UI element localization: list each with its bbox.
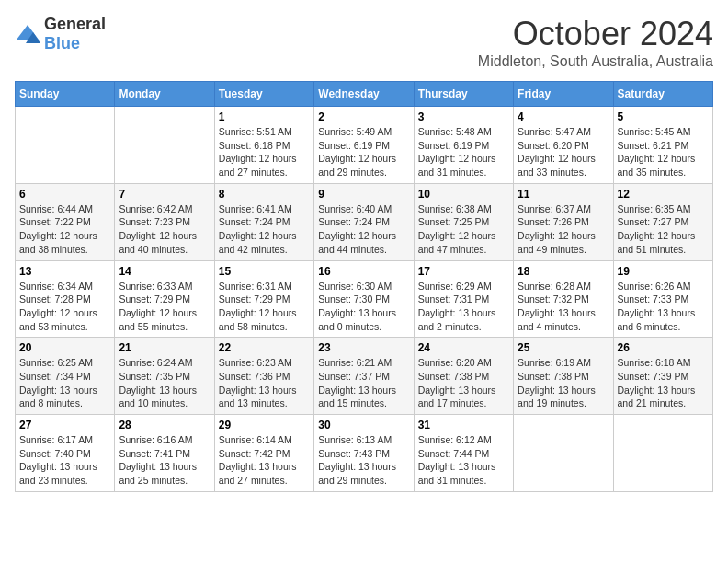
day-info: Sunrise: 6:37 AMSunset: 7:26 PMDaylight:…	[518, 202, 609, 257]
day-number: 21	[119, 341, 210, 354]
calendar-week-row: 27Sunrise: 6:17 AMSunset: 7:40 PMDayligh…	[16, 415, 713, 492]
day-info: Sunrise: 6:25 AMSunset: 7:34 PMDaylight:…	[19, 356, 110, 410]
day-number: 2	[318, 110, 409, 123]
calendar-cell: 24Sunrise: 6:20 AMSunset: 7:38 PMDayligh…	[414, 338, 513, 415]
calendar-week-row: 1Sunrise: 5:51 AMSunset: 6:18 PMDaylight…	[16, 107, 713, 184]
calendar-cell: 9Sunrise: 6:40 AMSunset: 7:24 PMDaylight…	[314, 183, 414, 260]
calendar-week-row: 20Sunrise: 6:25 AMSunset: 7:34 PMDayligh…	[16, 338, 713, 415]
calendar-cell: 5Sunrise: 5:45 AMSunset: 6:21 PMDaylight…	[613, 107, 712, 184]
calendar-cell: 15Sunrise: 6:31 AMSunset: 7:29 PMDayligh…	[214, 260, 313, 338]
day-info: Sunrise: 6:19 AMSunset: 7:38 PMDaylight:…	[518, 356, 609, 410]
page-header: General Blue October 2024 Middleton, Sou…	[15, 15, 713, 70]
day-number: 5	[618, 110, 709, 123]
day-info: Sunrise: 6:20 AMSunset: 7:38 PMDaylight:…	[418, 356, 509, 410]
day-info: Sunrise: 6:16 AMSunset: 7:41 PMDaylight:…	[119, 433, 210, 488]
calendar-cell	[115, 107, 214, 184]
calendar-table: SundayMondayTuesdayWednesdayThursdayFrid…	[15, 81, 713, 492]
calendar-week-row: 13Sunrise: 6:34 AMSunset: 7:28 PMDayligh…	[16, 260, 713, 338]
day-number: 26	[618, 341, 709, 354]
day-number: 27	[19, 419, 110, 431]
day-info: Sunrise: 6:12 AMSunset: 7:44 PMDaylight:…	[418, 433, 509, 488]
logo-icon	[15, 23, 40, 45]
day-number: 22	[219, 341, 310, 354]
weekday-header-friday: Friday	[514, 82, 613, 107]
day-number: 25	[518, 341, 609, 354]
calendar-cell	[613, 415, 712, 492]
day-info: Sunrise: 6:31 AMSunset: 7:29 PMDaylight:…	[219, 280, 310, 334]
day-number: 24	[418, 341, 509, 354]
day-info: Sunrise: 6:42 AMSunset: 7:23 PMDaylight:…	[119, 202, 210, 257]
weekday-header-wednesday: Wednesday	[314, 82, 414, 107]
calendar-cell: 2Sunrise: 5:49 AMSunset: 6:19 PMDaylight…	[314, 107, 414, 184]
calendar-cell: 21Sunrise: 6:24 AMSunset: 7:35 PMDayligh…	[115, 338, 214, 415]
calendar-cell: 29Sunrise: 6:14 AMSunset: 7:42 PMDayligh…	[214, 415, 313, 492]
weekday-header-sunday: Sunday	[16, 82, 115, 107]
month-title: October 2024	[478, 15, 713, 53]
calendar-cell	[16, 107, 115, 184]
day-info: Sunrise: 5:47 AMSunset: 6:20 PMDaylight:…	[518, 125, 609, 179]
day-info: Sunrise: 6:38 AMSunset: 7:25 PMDaylight:…	[418, 202, 509, 257]
calendar-cell: 3Sunrise: 5:48 AMSunset: 6:19 PMDaylight…	[414, 107, 513, 184]
day-info: Sunrise: 6:33 AMSunset: 7:29 PMDaylight:…	[119, 280, 210, 334]
day-number: 6	[19, 188, 110, 201]
calendar-cell: 4Sunrise: 5:47 AMSunset: 6:20 PMDaylight…	[514, 107, 613, 184]
day-info: Sunrise: 6:24 AMSunset: 7:35 PMDaylight:…	[119, 356, 210, 410]
calendar-cell: 8Sunrise: 6:41 AMSunset: 7:24 PMDaylight…	[214, 183, 313, 260]
calendar-cell: 23Sunrise: 6:21 AMSunset: 7:37 PMDayligh…	[314, 338, 414, 415]
day-number: 11	[518, 188, 609, 201]
calendar-cell: 30Sunrise: 6:13 AMSunset: 7:43 PMDayligh…	[314, 415, 414, 492]
calendar-cell: 13Sunrise: 6:34 AMSunset: 7:28 PMDayligh…	[16, 260, 115, 338]
day-info: Sunrise: 6:23 AMSunset: 7:36 PMDaylight:…	[219, 356, 310, 410]
day-info: Sunrise: 5:49 AMSunset: 6:19 PMDaylight:…	[318, 125, 409, 179]
day-info: Sunrise: 5:48 AMSunset: 6:19 PMDaylight:…	[418, 125, 509, 179]
day-number: 7	[119, 188, 210, 201]
weekday-header-thursday: Thursday	[414, 82, 513, 107]
day-info: Sunrise: 6:44 AMSunset: 7:22 PMDaylight:…	[19, 202, 110, 257]
day-number: 19	[618, 265, 709, 278]
day-number: 30	[318, 419, 409, 431]
location-subtitle: Middleton, South Australia, Australia	[478, 53, 713, 70]
calendar-cell: 14Sunrise: 6:33 AMSunset: 7:29 PMDayligh…	[115, 260, 214, 338]
day-info: Sunrise: 6:29 AMSunset: 7:31 PMDaylight:…	[418, 280, 509, 334]
day-info: Sunrise: 6:41 AMSunset: 7:24 PMDaylight:…	[219, 202, 310, 257]
logo-text-blue: Blue	[44, 34, 80, 52]
day-number: 14	[119, 265, 210, 278]
day-number: 29	[219, 419, 310, 431]
calendar-cell: 10Sunrise: 6:38 AMSunset: 7:25 PMDayligh…	[414, 183, 513, 260]
day-info: Sunrise: 6:21 AMSunset: 7:37 PMDaylight:…	[318, 356, 409, 410]
calendar-cell: 17Sunrise: 6:29 AMSunset: 7:31 PMDayligh…	[414, 260, 513, 338]
weekday-header-saturday: Saturday	[613, 82, 712, 107]
calendar-cell: 25Sunrise: 6:19 AMSunset: 7:38 PMDayligh…	[514, 338, 613, 415]
day-info: Sunrise: 6:40 AMSunset: 7:24 PMDaylight:…	[318, 202, 409, 257]
day-number: 31	[418, 419, 509, 431]
day-number: 3	[418, 110, 509, 123]
calendar-cell: 16Sunrise: 6:30 AMSunset: 7:30 PMDayligh…	[314, 260, 414, 338]
title-block: October 2024 Middleton, South Australia,…	[478, 15, 713, 70]
day-info: Sunrise: 6:17 AMSunset: 7:40 PMDaylight:…	[19, 433, 110, 488]
day-info: Sunrise: 6:30 AMSunset: 7:30 PMDaylight:…	[318, 280, 409, 334]
weekday-header-tuesday: Tuesday	[214, 82, 313, 107]
calendar-cell: 1Sunrise: 5:51 AMSunset: 6:18 PMDaylight…	[214, 107, 313, 184]
calendar-cell: 12Sunrise: 6:35 AMSunset: 7:27 PMDayligh…	[613, 183, 712, 260]
calendar-cell: 20Sunrise: 6:25 AMSunset: 7:34 PMDayligh…	[16, 338, 115, 415]
day-number: 18	[518, 265, 609, 278]
day-number: 8	[219, 188, 310, 201]
calendar-cell: 28Sunrise: 6:16 AMSunset: 7:41 PMDayligh…	[115, 415, 214, 492]
day-info: Sunrise: 6:18 AMSunset: 7:39 PMDaylight:…	[618, 356, 709, 410]
day-info: Sunrise: 6:26 AMSunset: 7:33 PMDaylight:…	[618, 280, 709, 334]
calendar-cell: 26Sunrise: 6:18 AMSunset: 7:39 PMDayligh…	[613, 338, 712, 415]
day-number: 10	[418, 188, 509, 201]
calendar-cell: 19Sunrise: 6:26 AMSunset: 7:33 PMDayligh…	[613, 260, 712, 338]
day-number: 15	[219, 265, 310, 278]
day-number: 28	[119, 419, 210, 431]
day-number: 12	[618, 188, 709, 201]
weekday-header-monday: Monday	[115, 82, 214, 107]
calendar-cell: 31Sunrise: 6:12 AMSunset: 7:44 PMDayligh…	[414, 415, 513, 492]
day-info: Sunrise: 6:34 AMSunset: 7:28 PMDaylight:…	[19, 280, 110, 334]
day-info: Sunrise: 5:51 AMSunset: 6:18 PMDaylight:…	[219, 125, 310, 179]
day-info: Sunrise: 5:45 AMSunset: 6:21 PMDaylight:…	[618, 125, 709, 179]
day-number: 20	[19, 341, 110, 354]
day-number: 9	[318, 188, 409, 201]
day-number: 23	[318, 341, 409, 354]
calendar-cell	[514, 415, 613, 492]
